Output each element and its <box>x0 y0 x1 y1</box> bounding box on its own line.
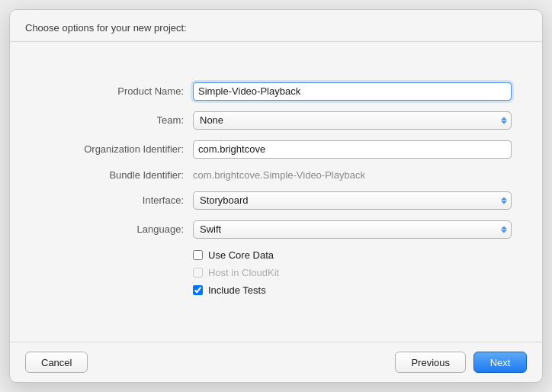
use-core-data-row: Use Core Data <box>193 249 512 261</box>
team-row: Team: None <box>40 111 512 130</box>
language-select[interactable]: Swift Objective-C <box>193 220 512 239</box>
team-label: Team: <box>40 114 193 126</box>
product-name-label: Product Name: <box>40 85 193 97</box>
footer-right: Previous Next <box>395 352 527 373</box>
org-identifier-label: Organization Identifier: <box>40 143 193 155</box>
interface-select-wrapper: Storyboard SwiftUI <box>193 191 512 210</box>
interface-label: Interface: <box>40 194 193 206</box>
team-select[interactable]: None <box>193 111 512 130</box>
team-control: None <box>193 111 512 130</box>
bundle-identifier-control: com.brightcove.Simple-Video-Playback <box>193 169 512 181</box>
host-in-cloudkit-checkbox[interactable] <box>193 268 203 278</box>
interface-row: Interface: Storyboard SwiftUI <box>40 191 512 210</box>
dialog-header: Choose options for your new project: <box>10 10 542 42</box>
dialog-body: Product Name: Team: None <box>10 42 542 342</box>
bundle-identifier-label: Bundle Identifier: <box>40 169 193 181</box>
product-name-input[interactable] <box>193 82 512 101</box>
checkbox-group: Use Core Data Host in CloudKit Include T… <box>193 249 512 302</box>
host-in-cloudkit-row: Host in CloudKit <box>193 267 512 278</box>
bundle-identifier-row: Bundle Identifier: com.brightcove.Simple… <box>40 169 512 181</box>
language-row: Language: Swift Objective-C <box>40 220 512 239</box>
team-select-wrapper: None <box>193 111 512 130</box>
cancel-button[interactable]: Cancel <box>25 352 88 373</box>
host-in-cloudkit-label: Host in CloudKit <box>208 267 279 278</box>
interface-control: Storyboard SwiftUI <box>193 191 512 210</box>
next-button[interactable]: Next <box>473 352 527 373</box>
use-core-data-checkbox[interactable] <box>193 250 203 260</box>
product-name-row: Product Name: <box>40 82 512 101</box>
language-control: Swift Objective-C <box>193 220 512 239</box>
use-core-data-label[interactable]: Use Core Data <box>208 249 274 261</box>
dialog-footer: Cancel Previous Next <box>10 342 542 382</box>
org-identifier-row: Organization Identifier: <box>40 140 512 159</box>
org-identifier-input[interactable] <box>193 140 512 159</box>
dialog-header-text: Choose options for your new project: <box>25 22 187 34</box>
include-tests-row: Include Tests <box>193 284 512 296</box>
new-project-dialog: Choose options for your new project: Pro… <box>9 9 543 383</box>
interface-select[interactable]: Storyboard SwiftUI <box>193 191 512 210</box>
bundle-identifier-value: com.brightcove.Simple-Video-Playback <box>193 168 365 182</box>
previous-button[interactable]: Previous <box>395 352 466 373</box>
org-identifier-control <box>193 140 512 159</box>
include-tests-label[interactable]: Include Tests <box>208 284 266 296</box>
language-label: Language: <box>40 223 193 235</box>
product-name-control <box>193 82 512 101</box>
language-select-wrapper: Swift Objective-C <box>193 220 512 239</box>
include-tests-checkbox[interactable] <box>193 285 203 295</box>
